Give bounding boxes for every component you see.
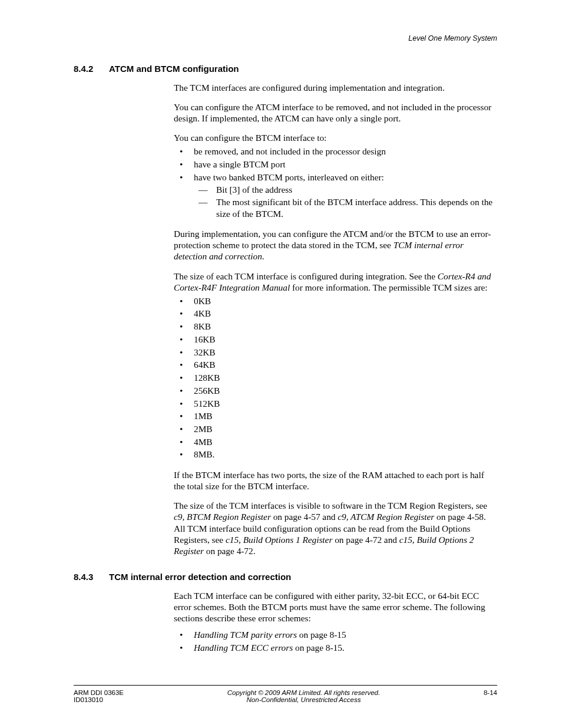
text: on page 8-15 [297, 630, 346, 640]
list-item: 128KB [194, 371, 497, 384]
list-item: have a single BTCM port [194, 158, 497, 171]
paragraph: The size of each TCM interface is config… [174, 271, 497, 293]
xref: c9, BTCM Region Register [174, 512, 271, 522]
xref: Handling TCM parity errors [194, 630, 297, 640]
list-item-text: have two banked BTCM ports, interleaved … [194, 172, 384, 182]
list-item: 64KB [194, 358, 497, 371]
page-footer: ARM DDI 0363E ID013010 Copyright © 2009 … [74, 685, 497, 703]
paragraph: The TCM interfaces are configured during… [174, 82, 497, 93]
section-number: 8.4.3 [74, 572, 109, 582]
classification: Non-Confidential, Unrestricted Access [124, 696, 484, 703]
list-item: have two banked BTCM ports, interleaved … [194, 171, 497, 220]
paragraph: The size of the TCM interfaces is visibl… [174, 500, 497, 556]
paragraph: During implementation, you can configure… [174, 228, 497, 262]
list-item: The most significant bit of the BTCM int… [216, 196, 497, 220]
xref: Handling TCM ECC errors [194, 643, 293, 653]
list-item: Handling TCM parity errors on page 8-15 [194, 628, 497, 641]
list-item: 8MB. [194, 448, 497, 461]
doc-id: ARM DDI 0363E [74, 689, 124, 696]
bullet-list: Handling TCM parity errors on page 8-15 … [174, 628, 497, 654]
list-item: 4MB [194, 436, 497, 449]
sub-bullet-list: Bit [3] of the address The most signific… [194, 184, 497, 220]
doc-rev: ID013010 [74, 696, 124, 703]
paragraph: You can configure the BTCM interface to: [174, 132, 497, 143]
running-header: Level One Memory System [74, 34, 497, 42]
section-number: 8.4.2 [74, 64, 109, 74]
text: The size of each TCM interface is config… [174, 271, 438, 281]
page-number: 8-14 [484, 689, 497, 696]
text: on page 4-72 and [332, 535, 399, 545]
footer-rule [74, 685, 497, 686]
page: Level One Memory System 8.4.2 ATCM and B… [0, 0, 562, 728]
list-item: 1MB [194, 410, 497, 423]
xref: c9, ATCM Region Register [338, 512, 434, 522]
section-8-4-2: 8.4.2 ATCM and BTCM configuration The TC… [74, 64, 497, 556]
text: . [262, 251, 265, 261]
xref: c15, Build Options 1 Register [226, 535, 332, 545]
list-item: 512KB [194, 397, 497, 410]
section-title: ATCM and BTCM configuration [109, 64, 239, 74]
list-item: 16KB [194, 333, 497, 346]
list-item: Handling TCM ECC errors on page 8-15. [194, 641, 497, 654]
sizes-list: 0KB 4KB 8KB 16KB 32KB 64KB 128KB 256KB 5… [174, 295, 497, 461]
text: on page 8-15. [293, 643, 345, 653]
section-8-4-3: 8.4.3 TCM internal error detection and c… [74, 572, 497, 654]
list-item: 0KB [194, 295, 497, 308]
paragraph: If the BTCM interface has two ports, the… [174, 469, 497, 492]
copyright: Copyright © 2009 ARM Limited. All rights… [124, 689, 484, 696]
list-item: be removed, and not included in the proc… [194, 145, 497, 158]
text: for more information. The permissible TC… [290, 282, 487, 292]
paragraph: Each TCM interface can be configured wit… [174, 590, 497, 624]
list-item: 8KB [194, 320, 497, 333]
text: on page 4-57 and [271, 512, 338, 522]
list-item: 2MB [194, 423, 497, 436]
section-title: TCM internal error detection and correct… [109, 572, 291, 582]
list-item: 4KB [194, 307, 497, 320]
bullet-list: be removed, and not included in the proc… [174, 145, 497, 220]
text: The size of the TCM interfaces is visibl… [174, 500, 487, 510]
paragraph: You can configure the ATCM interface to … [174, 101, 497, 124]
list-item: 256KB [194, 384, 497, 397]
list-item: Bit [3] of the address [216, 184, 497, 196]
text: on page 4-72. [204, 546, 256, 556]
list-item: 32KB [194, 346, 497, 359]
